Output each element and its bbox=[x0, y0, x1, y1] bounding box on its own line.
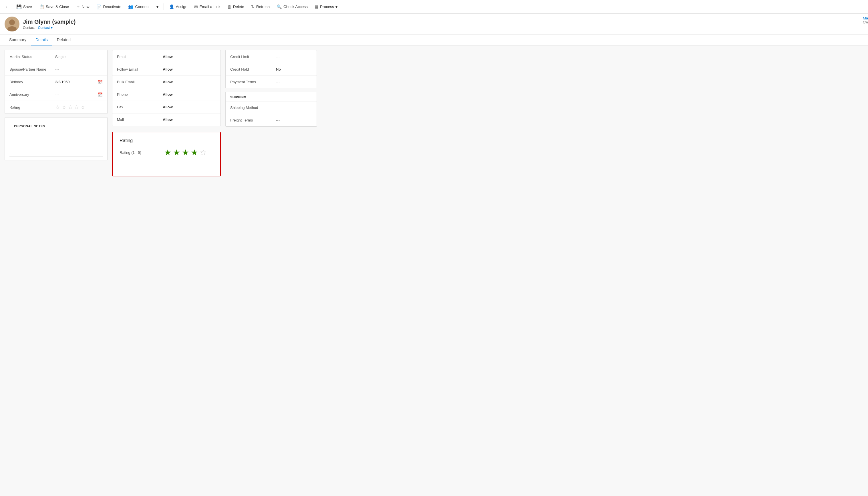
separator-1 bbox=[164, 3, 164, 10]
tab-details[interactable]: Details bbox=[31, 35, 52, 45]
rating-popup-footer bbox=[120, 165, 213, 170]
back-icon: ← bbox=[5, 4, 10, 9]
popup-star-2[interactable]: ★ bbox=[173, 148, 180, 157]
field-credit-limit: Credit Limit --- bbox=[226, 50, 317, 63]
payment-terms-label: Payment Terms bbox=[230, 80, 276, 84]
field-credit-hold: Credit Hold No bbox=[226, 63, 317, 76]
credit-limit-label: Credit Limit bbox=[230, 55, 276, 59]
rating-popup-title: Rating bbox=[120, 138, 213, 143]
field-phone-pref: Phone Allow bbox=[112, 88, 220, 100]
star-2[interactable]: ☆ bbox=[61, 104, 67, 111]
star-1[interactable]: ☆ bbox=[55, 104, 60, 111]
check-access-icon: 🔍 bbox=[277, 4, 282, 10]
bulk-email-pref-label: Bulk Email bbox=[117, 80, 163, 84]
fax-pref-label: Fax bbox=[117, 105, 163, 109]
follow-email-pref-value: Allow bbox=[163, 67, 216, 72]
star-4[interactable]: ☆ bbox=[74, 104, 79, 111]
save-close-icon: 📋 bbox=[39, 4, 44, 10]
assign-button[interactable]: 👤 Assign bbox=[166, 3, 191, 11]
credit-hold-label: Credit Hold bbox=[230, 67, 276, 72]
anniversary-label: Anniversary bbox=[10, 92, 55, 97]
field-bulk-email-pref: Bulk Email Allow bbox=[112, 76, 220, 88]
mail-pref-label: Mail bbox=[117, 118, 163, 122]
popup-star-4[interactable]: ★ bbox=[191, 148, 198, 157]
entity-dropdown-icon[interactable]: ▾ bbox=[51, 26, 52, 30]
save-button[interactable]: 💾 Save bbox=[13, 3, 35, 11]
marital-status-value: Single bbox=[55, 55, 103, 59]
birthday-value[interactable]: 3/2/1959 bbox=[55, 80, 95, 84]
new-icon: ＋ bbox=[76, 4, 80, 10]
birthday-label: Birthday bbox=[10, 80, 55, 84]
rating-popup-label: Rating (1 - 5) bbox=[120, 150, 159, 155]
deactivate-icon: 📄 bbox=[96, 4, 102, 10]
contact-preferences-card: Email Allow Follow Email Allow Bulk Emai… bbox=[112, 50, 221, 126]
spouse-name-value: --- bbox=[55, 67, 103, 72]
record-header: Jim Glynn (sample) Contact · Contact ▾ M… bbox=[0, 14, 868, 35]
popup-star-5[interactable]: ☆ bbox=[200, 148, 207, 157]
avatar bbox=[4, 17, 19, 31]
field-birthday: Birthday 3/2/1959 📅 bbox=[5, 76, 107, 88]
anniversary-calendar-icon[interactable]: 📅 bbox=[98, 92, 103, 97]
personal-notes-value[interactable]: --- bbox=[10, 130, 103, 139]
rating-popup: Rating Rating (1 - 5) ★ ★ ★ ★ ☆ bbox=[112, 132, 221, 176]
field-anniversary: Anniversary --- 📅 bbox=[5, 88, 107, 100]
email-pref-label: Email bbox=[117, 55, 163, 59]
payment-terms-value: --- bbox=[276, 80, 312, 84]
field-shipping-method: Shipping Method --- bbox=[226, 101, 317, 114]
field-freight-terms: Freight Terms --- bbox=[226, 114, 317, 126]
record-name: Jim Glynn (sample) bbox=[23, 19, 76, 25]
toolbar: ← 💾 Save 📋 Save & Close ＋ New 📄 Deactiva… bbox=[0, 0, 868, 14]
delete-icon: 🗑 bbox=[227, 4, 232, 9]
shipping-method-label: Shipping Method bbox=[230, 106, 276, 110]
deactivate-button[interactable]: 📄 Deactivate bbox=[93, 3, 124, 11]
shipping-title: SHIPPING bbox=[226, 92, 317, 101]
star-3[interactable]: ☆ bbox=[68, 104, 73, 111]
current-user-sub: Ow bbox=[863, 20, 868, 24]
refresh-button[interactable]: ↻ Refresh bbox=[248, 3, 273, 11]
field-mail-pref: Mail Allow bbox=[112, 113, 220, 126]
rating-stars[interactable]: ☆ ☆ ☆ ☆ ☆ bbox=[55, 104, 86, 111]
popup-star-3[interactable]: ★ bbox=[182, 148, 189, 157]
personal-notes-title: PERSONAL NOTES bbox=[10, 121, 103, 130]
middle-column: Email Allow Follow Email Allow Bulk Emai… bbox=[112, 50, 221, 491]
field-fax-pref: Fax Allow bbox=[112, 100, 220, 113]
field-rating: Rating ☆ ☆ ☆ ☆ ☆ bbox=[5, 100, 107, 113]
new-button[interactable]: ＋ New bbox=[73, 2, 92, 11]
rating-label: Rating bbox=[10, 105, 55, 109]
main-content: Marital Status Single Spouse/Partner Nam… bbox=[0, 45, 868, 496]
avatar-image bbox=[4, 17, 19, 31]
check-access-button[interactable]: 🔍 Check Access bbox=[274, 3, 310, 11]
star-5[interactable]: ☆ bbox=[80, 104, 86, 111]
process-button[interactable]: ▦ Process ▾ bbox=[312, 3, 340, 11]
popup-star-1[interactable]: ★ bbox=[164, 148, 171, 157]
tabs-bar: Summary Details Related bbox=[0, 35, 868, 45]
refresh-icon: ↻ bbox=[251, 4, 255, 10]
back-button[interactable]: ← bbox=[2, 3, 12, 11]
save-close-button[interactable]: 📋 Save & Close bbox=[36, 3, 72, 11]
delete-button[interactable]: 🗑 Delete bbox=[225, 3, 247, 11]
field-marital-status: Marital Status Single bbox=[5, 50, 107, 63]
shipping-method-value: --- bbox=[276, 106, 312, 110]
billing-card: Credit Limit --- Credit Hold No Payment … bbox=[225, 50, 317, 88]
field-payment-terms: Payment Terms --- bbox=[226, 76, 317, 88]
tab-related[interactable]: Related bbox=[52, 35, 75, 45]
phone-pref-label: Phone bbox=[117, 92, 163, 97]
freight-terms-label: Freight Terms bbox=[230, 118, 276, 122]
breadcrumb-separator: · bbox=[36, 26, 36, 30]
birthday-calendar-icon[interactable]: 📅 bbox=[98, 80, 103, 84]
tab-summary[interactable]: Summary bbox=[4, 35, 31, 45]
entity-type-2[interactable]: Contact bbox=[38, 26, 50, 30]
email-link-icon: ✉ bbox=[194, 4, 198, 10]
field-follow-email-pref: Follow Email Allow bbox=[112, 63, 220, 76]
left-column: Marital Status Single Spouse/Partner Nam… bbox=[4, 50, 108, 491]
svg-point-1 bbox=[9, 19, 15, 25]
field-email-pref: Email Allow bbox=[112, 50, 220, 63]
anniversary-value[interactable]: --- bbox=[55, 92, 95, 97]
connect-button[interactable]: 👥 Connect bbox=[125, 3, 152, 11]
record-subtitle: Contact · Contact ▾ bbox=[23, 26, 76, 30]
email-link-button[interactable]: ✉ Email a Link bbox=[191, 3, 223, 11]
connect-dropdown-button[interactable]: ▾ bbox=[154, 3, 161, 11]
entity-type-1: Contact bbox=[23, 26, 35, 30]
marital-status-label: Marital Status bbox=[10, 55, 55, 59]
rating-popup-stars[interactable]: ★ ★ ★ ★ ☆ bbox=[164, 148, 207, 157]
